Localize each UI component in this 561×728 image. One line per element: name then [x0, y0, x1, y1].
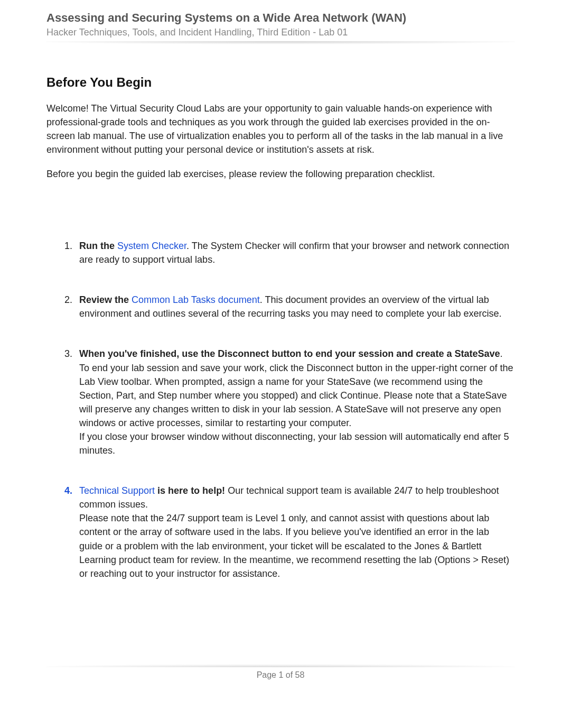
item-mid-bold: is here to help! — [155, 485, 225, 496]
item-lead: Run the — [79, 241, 117, 251]
technical-support-link[interactable]: Technical Support — [79, 485, 155, 496]
item-lead: Review the — [79, 294, 132, 305]
intro-paragraph-2: Before you begin the guided lab exercise… — [46, 167, 515, 181]
checklist-item-3: 3. When you've finished, use the Disconn… — [64, 347, 515, 457]
document-header: Assessing and Securing Systems on a Wide… — [46, 11, 515, 38]
system-checker-link[interactable]: System Checker — [117, 241, 186, 251]
header-divider — [46, 41, 515, 49]
common-lab-tasks-link[interactable]: Common Lab Tasks document — [132, 294, 260, 305]
section-heading: Before You Begin — [46, 75, 515, 90]
document-subtitle: Hacker Techniques, Tools, and Incident H… — [46, 27, 515, 38]
list-marker: 2. — [64, 293, 72, 307]
preparation-checklist: 1. Run the System Checker. The System Ch… — [46, 239, 515, 580]
footer-divider — [46, 660, 515, 667]
intro-paragraph-1: Welcome! The Virtual Security Cloud Labs… — [46, 102, 515, 156]
page-number: Page 1 of 58 — [46, 670, 515, 680]
checklist-item-2: 2. Review the Common Lab Tasks document.… — [64, 293, 515, 320]
document-title: Assessing and Securing Systems on a Wide… — [46, 11, 515, 26]
checklist-item-1: 1. Run the System Checker. The System Ch… — [64, 239, 515, 266]
checklist-item-4: 4. Technical Support is here to help! Ou… — [64, 484, 515, 580]
item-paragraph-2: If you close your browser window without… — [79, 430, 515, 457]
item-tail: . To end your lab session and save your … — [79, 348, 513, 428]
document-page: Assessing and Securing Systems on a Wide… — [0, 0, 561, 728]
list-marker: 1. — [64, 239, 72, 253]
list-marker: 3. — [64, 347, 72, 361]
list-marker: 4. — [64, 484, 72, 497]
item-paragraph-2: Please note that the 24/7 support team i… — [79, 511, 515, 580]
item-lead: When you've finished, use the Disconnect… — [79, 348, 500, 359]
